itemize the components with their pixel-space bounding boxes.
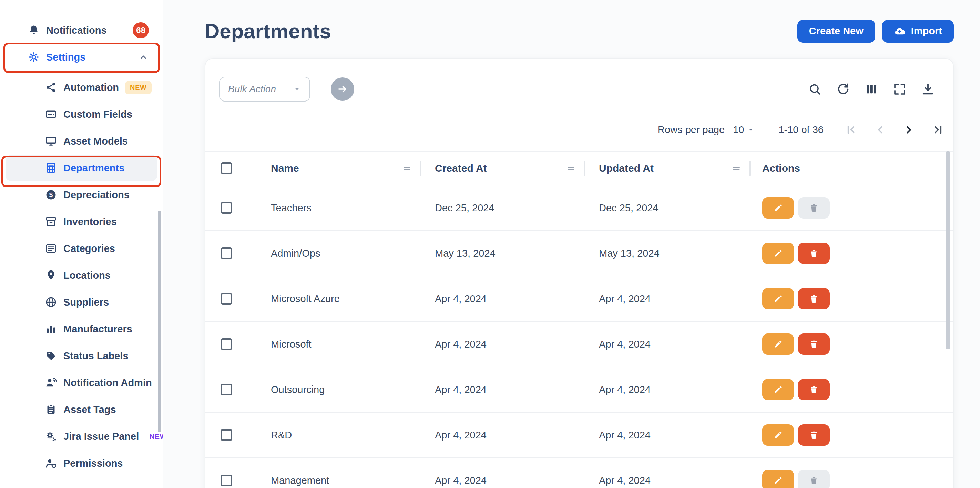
bulk-action-placeholder: Bulk Action — [228, 84, 291, 95]
sidebar-item-settings[interactable]: Settings — [5, 44, 157, 70]
import-button[interactable]: Import — [882, 20, 954, 43]
app-root: Notifications 68 Settings Automation NEW… — [0, 0, 980, 488]
sidebar-scrollbar-thumb[interactable] — [158, 211, 161, 432]
next-page-icon — [902, 123, 916, 136]
delete-button[interactable] — [798, 424, 830, 446]
sidebar-item-asset-tags[interactable]: Asset Tags — [5, 396, 157, 423]
depreciations-icon — [45, 189, 57, 201]
pencil-icon — [773, 293, 783, 304]
sidebar-item-badge: NEW — [125, 81, 151, 94]
created-at-cell: Apr 4, 2024 — [421, 276, 585, 321]
filter-icon[interactable] — [401, 162, 413, 174]
row-checkbox[interactable] — [221, 338, 232, 350]
create-new-button[interactable]: Create New — [797, 20, 875, 43]
edit-button[interactable] — [762, 424, 794, 446]
row-checkbox[interactable] — [221, 247, 232, 259]
sidebar-item-inventories[interactable]: Inventories — [5, 209, 157, 235]
row-checkbox[interactable] — [221, 475, 232, 486]
delete-button[interactable] — [798, 379, 830, 400]
department-name-cell: Management — [257, 458, 421, 488]
department-name-cell: R&D — [257, 413, 421, 457]
table-scrollbar-thumb[interactable] — [945, 151, 950, 349]
created-at-cell: May 13, 2024 — [421, 231, 585, 276]
edit-button[interactable] — [762, 333, 794, 355]
search-button[interactable] — [808, 82, 822, 97]
delete-button-disabled — [798, 197, 830, 219]
row-checkbox[interactable] — [221, 384, 232, 395]
sidebar-item-badge: NEW — [149, 432, 163, 440]
table-toolbar: Bulk Action — [205, 59, 953, 101]
columns-button[interactable] — [864, 82, 879, 97]
pagination-bar: Rows per page 10 1-10 of 36 — [205, 121, 953, 139]
sidebar-item-manufacturers[interactable]: Manufacturers — [5, 316, 157, 342]
created-at-cell: Dec 25, 2024 — [421, 185, 585, 230]
row-checkbox[interactable] — [221, 202, 232, 214]
arrow-right-icon — [336, 83, 349, 95]
sidebar-item-automation[interactable]: Automation NEW — [5, 74, 157, 100]
sidebar-item-departments[interactable]: Departments — [5, 155, 157, 181]
bulk-action-select[interactable]: Bulk Action — [219, 77, 310, 101]
delete-button[interactable] — [798, 288, 830, 309]
notification-admin-icon — [45, 377, 57, 389]
delete-button[interactable] — [798, 242, 830, 264]
jira-icon — [45, 430, 57, 442]
row-checkbox[interactable] — [221, 293, 232, 304]
last-page-icon — [931, 123, 945, 136]
department-name-cell: Admin/Ops — [257, 231, 421, 276]
filter-icon[interactable] — [565, 162, 577, 174]
caret-down-icon — [745, 124, 756, 135]
trash-icon — [809, 339, 819, 349]
sidebar-item-asset-models[interactable]: Asset Models — [5, 128, 157, 154]
delete-button[interactable] — [798, 333, 830, 355]
edit-button[interactable] — [762, 288, 794, 309]
import-button-label: Import — [911, 25, 942, 37]
sidebar-item-label: Depreciations — [64, 189, 130, 201]
table-row-microsoft-azure: Microsoft Azure Apr 4, 2024 Apr 4, 2024 — [205, 276, 953, 322]
department-name-cell: Microsoft — [257, 322, 421, 366]
sidebar-item-label: Asset Models — [64, 136, 128, 147]
sidebar-item-permissions[interactable]: Permissions — [5, 450, 157, 476]
row-checkbox[interactable] — [221, 429, 232, 441]
previous-page-button[interactable] — [873, 123, 887, 136]
bulk-action-submit-button[interactable] — [331, 78, 354, 101]
gear-icon — [27, 51, 40, 63]
created-at-cell: Apr 4, 2024 — [421, 458, 585, 488]
pagination-nav — [844, 123, 945, 136]
refresh-button[interactable] — [836, 82, 850, 97]
locations-icon — [45, 269, 57, 282]
edit-button[interactable] — [762, 379, 794, 400]
page-title: Departments — [205, 19, 331, 43]
trash-icon — [809, 475, 819, 486]
updated-at-cell: Apr 4, 2024 — [585, 276, 751, 321]
download-button[interactable] — [921, 82, 935, 97]
rows-per-page-select[interactable]: 10 — [733, 124, 756, 136]
column-header-name: Name — [271, 162, 299, 174]
sidebar-item-suppliers[interactable]: Suppliers — [5, 289, 157, 315]
sidebar-item-locations[interactable]: Locations — [5, 262, 157, 288]
last-page-button[interactable] — [931, 123, 945, 136]
edit-button[interactable] — [762, 242, 794, 264]
pencil-icon — [773, 203, 783, 213]
created-at-cell: Apr 4, 2024 — [421, 367, 585, 412]
edit-button[interactable] — [762, 470, 794, 488]
sidebar-item-label: Notification Admin — [64, 377, 152, 388]
filter-icon[interactable] — [730, 162, 742, 174]
sidebar-item-categories[interactable]: Categories — [5, 235, 157, 261]
sidebar-item-notifications[interactable]: Notifications 68 — [5, 17, 157, 43]
sidebar-item-depreciations[interactable]: Depreciations — [5, 182, 157, 208]
first-page-button[interactable] — [844, 123, 858, 136]
sidebar-item-jira-issue-panel[interactable]: Jira Issue Panel NEW — [5, 423, 157, 450]
column-header-updated-at: Updated At — [599, 162, 654, 174]
sidebar-item-status-labels[interactable]: Status Labels — [5, 343, 157, 369]
departments-table: Name Created At Updated At Actions Teach… — [205, 151, 953, 488]
select-all-checkbox[interactable] — [221, 162, 232, 174]
pencil-icon — [773, 339, 783, 349]
edit-button[interactable] — [762, 197, 794, 219]
sidebar-item-custom-fields[interactable]: Custom Fields — [5, 101, 157, 127]
next-page-button[interactable] — [902, 123, 916, 136]
created-at-cell: Apr 4, 2024 — [421, 322, 585, 366]
fullscreen-button[interactable] — [892, 82, 907, 97]
sidebar-item-badge: 68 — [133, 22, 149, 38]
asset-tags-icon — [45, 403, 57, 416]
sidebar-item-notification-admin[interactable]: Notification Admin — [5, 370, 157, 396]
